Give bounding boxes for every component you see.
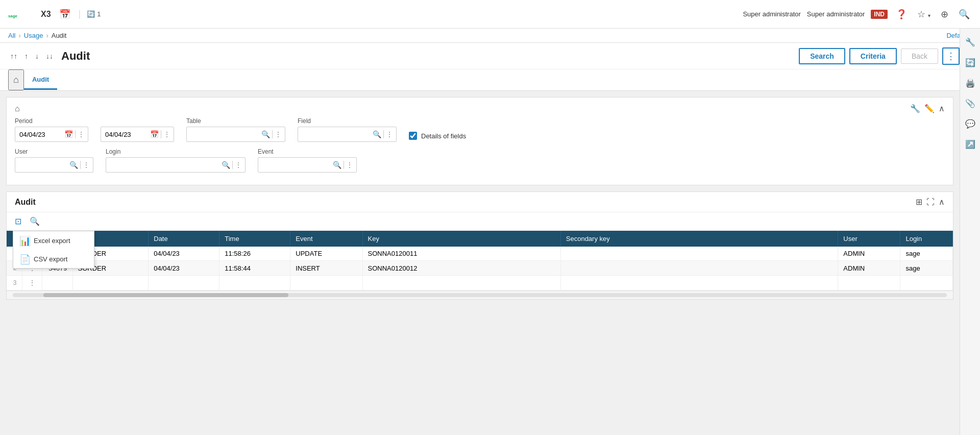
calendar-icon[interactable]: 📅 xyxy=(57,7,72,22)
breadcrumb-sep-1: › xyxy=(18,32,20,39)
user-input[interactable] xyxy=(17,161,68,169)
field-input[interactable] xyxy=(300,131,372,138)
breadcrumb-all[interactable]: All xyxy=(8,32,15,39)
user-input-wrapper: 🔍 ⋮ xyxy=(15,157,93,173)
table-search-icon[interactable]: 🔍 xyxy=(260,130,271,138)
maximize-icon[interactable]: ⛶ xyxy=(926,197,935,207)
event-input[interactable] xyxy=(260,161,332,169)
user-group: User 🔍 ⋮ xyxy=(15,148,93,173)
excel-export-item[interactable]: 📊 Excel export xyxy=(13,231,94,250)
csv-export-label: CSV export xyxy=(34,255,67,263)
field-group: Field 🔍 ⋮ xyxy=(298,117,397,142)
login-search-icon[interactable]: 🔍 xyxy=(220,161,231,169)
export-dropdown: 📊 Excel export 📄 CSV export xyxy=(13,231,94,269)
scrollbar-thumb[interactable] xyxy=(43,293,288,297)
page-header: ↑↑ ↑ ↓ ↓↓ Audit Search Criteria Back ⋮ ⊢ xyxy=(0,43,980,69)
sync-icon: 🔄 xyxy=(87,10,95,18)
login-more-icon[interactable]: ⋮ xyxy=(234,161,243,169)
table-row: 3 ⋮ xyxy=(7,276,953,291)
sidebar-paperclip-icon[interactable]: 📎 xyxy=(961,94,979,112)
collapse-section-icon[interactable]: ∧ xyxy=(939,197,945,207)
breadcrumb-usage[interactable]: Usage xyxy=(24,32,43,39)
row-1-time: 11:58:26 xyxy=(219,247,290,261)
global-search-icon[interactable]: 🔍 xyxy=(957,7,972,22)
filter-btn[interactable]: 🔍 xyxy=(28,215,42,227)
table-row: SORDER 04/04/23 11:58:26 UPDATE SONNA012… xyxy=(7,247,953,261)
select-all-btn[interactable]: ⊡ xyxy=(13,215,23,227)
event-group: Event 🔍 ⋮ xyxy=(258,148,357,173)
row-1-user: ADMIN xyxy=(838,247,900,261)
form-panel-header: ⌂ 🔧 ✏️ ∧ xyxy=(15,104,945,117)
breadcrumb-sep-2: › xyxy=(46,32,48,39)
table-more-icon[interactable]: ⋮ xyxy=(274,130,283,138)
event-search-icon[interactable]: 🔍 xyxy=(332,161,342,169)
more-options-button[interactable]: ⋮ xyxy=(942,47,960,65)
sidebar-wrench-icon[interactable]: 🔧 xyxy=(961,33,979,51)
sidebar-refresh-icon[interactable]: 🔄 xyxy=(961,53,979,71)
period-to-group: 📅 ⋮ xyxy=(101,117,174,142)
scrollbar-track[interactable] xyxy=(13,293,947,297)
period-to-calendar-icon[interactable]: 📅 xyxy=(149,130,160,138)
row-3-menu-btn[interactable]: ⋮ xyxy=(28,279,37,287)
favorites-icon[interactable]: ☆ ▾ xyxy=(915,7,933,22)
field-more-icon[interactable]: ⋮ xyxy=(385,130,394,138)
navigation-icon[interactable]: ⊕ xyxy=(939,7,950,22)
svg-text:sage: sage xyxy=(8,14,17,18)
sort-up-first-btn[interactable]: ↑↑ xyxy=(8,51,19,61)
help-icon[interactable]: ❓ xyxy=(894,7,909,22)
table-input[interactable] xyxy=(189,131,260,138)
period-from-calendar-icon[interactable]: 📅 xyxy=(63,130,74,138)
tab-bar: ⌂ Audit xyxy=(0,69,980,91)
row-3-time xyxy=(219,276,290,291)
filter-form-panel: ⌂ 🔧 ✏️ ∧ Period 📅 ⋮ xyxy=(6,97,953,185)
top-navigation: sage X3 📅 | 🔄 1 Super administrator Supe… xyxy=(0,0,980,29)
row-3-table xyxy=(72,276,149,291)
sort-down-btn[interactable]: ↓ xyxy=(33,51,41,61)
section-header-actions: ⊞ ⛶ ∧ xyxy=(916,197,945,207)
table-input-wrapper: 🔍 ⋮ xyxy=(186,127,285,142)
period-to-input[interactable] xyxy=(103,131,149,138)
row-2-date: 04/04/23 xyxy=(149,261,219,276)
col-login: Login xyxy=(900,231,953,247)
period-from-more-icon[interactable]: ⋮ xyxy=(77,130,86,138)
sidebar-comment-icon[interactable]: 💬 xyxy=(961,114,979,133)
row-3-secondary-key xyxy=(560,276,838,291)
csv-export-item[interactable]: 📄 CSV export xyxy=(13,250,94,268)
field-input-wrapper: 🔍 ⋮ xyxy=(298,127,397,142)
collapse-form-icon[interactable]: ∧ xyxy=(939,104,945,113)
period-to-input-wrapper: 📅 ⋮ xyxy=(101,127,174,142)
back-button[interactable]: Back xyxy=(901,49,938,64)
event-more-icon[interactable]: ⋮ xyxy=(345,161,354,169)
sidebar-share-icon[interactable]: ↗️ xyxy=(961,135,979,153)
field-search-icon[interactable]: 🔍 xyxy=(372,130,382,138)
row-3-login xyxy=(900,276,953,291)
sort-up-btn[interactable]: ↑ xyxy=(22,51,30,61)
period-to-more-icon[interactable]: ⋮ xyxy=(162,130,172,138)
table-row: 2 ⋮ 34679 SORDER 04/04/23 11:58:44 INSER… xyxy=(7,261,953,276)
settings-icon[interactable]: 🔧 xyxy=(910,104,920,113)
home-tab-icon[interactable]: ⌂ xyxy=(8,69,24,90)
login-input[interactable] xyxy=(108,161,220,169)
period-from-input[interactable] xyxy=(17,131,63,138)
form-panel-actions: 🔧 ✏️ ∧ xyxy=(910,104,945,113)
edit-icon[interactable]: ✏️ xyxy=(924,104,935,113)
home-form-icon[interactable]: ⌂ xyxy=(15,104,20,113)
user-more-icon[interactable]: ⋮ xyxy=(82,161,91,169)
field-label: Field xyxy=(298,117,397,125)
sort-down-last-btn[interactable]: ↓↓ xyxy=(44,51,55,61)
layers-icon[interactable]: ⊞ xyxy=(916,197,922,207)
row-1-key: SONNA0120011 xyxy=(362,247,560,261)
tab-audit[interactable]: Audit xyxy=(24,70,57,90)
ind-badge: IND xyxy=(871,10,888,19)
sage-logo: sage xyxy=(8,6,33,22)
details-of-fields-checkbox[interactable] xyxy=(409,132,417,140)
user-search-icon[interactable]: 🔍 xyxy=(68,161,79,169)
page-title: Audit xyxy=(61,50,799,63)
criteria-button[interactable]: Criteria xyxy=(849,48,897,64)
col-time: Time xyxy=(219,231,290,247)
sidebar-print-icon[interactable]: 🖨️ xyxy=(961,74,979,92)
horizontal-scrollbar[interactable] xyxy=(7,291,953,299)
divider-1 xyxy=(75,130,76,138)
search-button[interactable]: Search xyxy=(799,48,845,64)
row-3-id xyxy=(42,276,72,291)
